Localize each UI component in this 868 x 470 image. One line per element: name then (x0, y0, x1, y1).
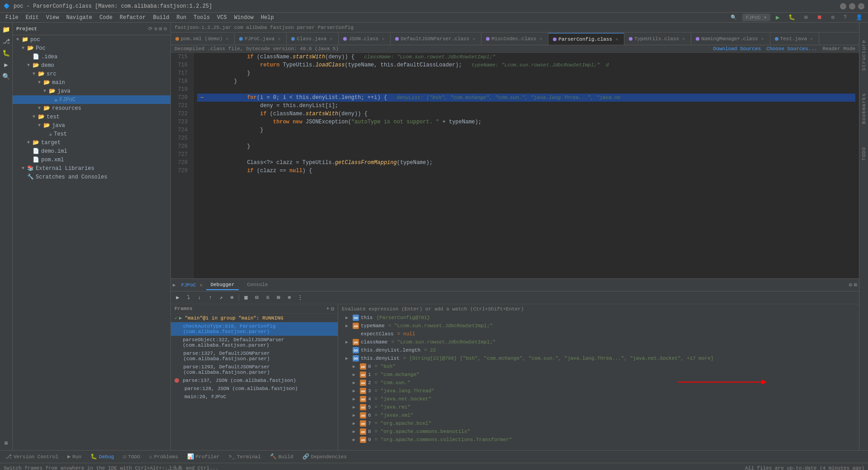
variable-item[interactable]: ▶ab 1 = "com.mchange" (338, 371, 859, 379)
tree-item[interactable]: ▼📚External Libraries (13, 164, 170, 173)
variable-item[interactable]: ▶ab 5 = "java.rmi" (338, 403, 859, 411)
variable-item[interactable]: ▶ab typeName = "Lcom.sun.rowset.JdbcRowS… (338, 322, 859, 330)
expand-icon[interactable]: ⊞ (159, 26, 162, 32)
menu-item-help[interactable]: Help (257, 14, 278, 22)
variable-item[interactable]: ▶ab 3 = "java.lang.Thread" (338, 387, 859, 395)
var-expand-icon[interactable]: ▶ (353, 437, 358, 442)
variable-item[interactable]: ▶ab 0 = "bsh" (338, 362, 859, 371)
reader-mode-link[interactable]: Reader Mode (822, 46, 855, 52)
tree-item[interactable]: ▼📂Poc (13, 44, 170, 52)
bookmarks-label[interactable]: Bookmarks (860, 89, 868, 127)
frame-item[interactable]: ✓▶"main"@1 in group "main": RUNNING (171, 314, 338, 322)
tab-close-icon[interactable]: ✕ (328, 36, 334, 42)
collapse-icon[interactable]: ⊟ (164, 26, 167, 32)
bottom-tool-problems[interactable]: ⚠Problems (146, 452, 182, 461)
minimize-button[interactable]: ─ (840, 3, 846, 9)
profile-button[interactable]: 👤 (852, 13, 866, 22)
tree-item[interactable]: 📄pom.xml (13, 155, 170, 164)
tree-item[interactable]: 📄.idea (13, 52, 170, 61)
variable-item[interactable]: ▶ab 8 = "org.apache.commons.beanutils" (338, 428, 859, 436)
variable-item[interactable]: expectClass = null (338, 330, 859, 338)
variable-item[interactable]: ▶ab 9 = "org.apache.commons.collections.… (338, 436, 859, 444)
todo-label[interactable]: TODO (860, 143, 868, 164)
menu-item-file[interactable]: File (2, 14, 22, 22)
var-expand-icon[interactable]: ▶ (345, 315, 351, 320)
variable-item[interactable]: ▶ab 7 = "org.apache.bcel" (338, 419, 859, 428)
bottom-tool-todo[interactable]: ☑TODO (119, 452, 144, 461)
debug-settings-icon[interactable]: ⚙ (849, 282, 852, 288)
run-to-cursor-button[interactable]: ↗ (216, 293, 226, 303)
menu-item-view[interactable]: View (42, 14, 63, 22)
frames-button[interactable]: ▦ (241, 293, 251, 303)
variable-item[interactable]: ▶ab 2 = "com.sun." (338, 379, 859, 387)
tab-pom-xml--demo-[interactable]: pom.xml (demo)✕ (171, 33, 235, 45)
tree-item[interactable]: ▼📂resources (13, 104, 170, 113)
tab-close-icon[interactable]: ✕ (276, 36, 282, 42)
var-expand-icon[interactable]: ▶ (353, 372, 358, 377)
var-expand-icon[interactable]: ▶ (353, 396, 358, 402)
project-icon[interactable]: 📁 (1, 24, 11, 34)
tab-close-icon[interactable]: ✕ (809, 36, 814, 42)
close-button[interactable]: ✕ (858, 3, 864, 9)
step-into-button[interactable]: ↓ (194, 293, 204, 303)
variable-item[interactable]: ▶ab 4 = "java.net.Socket" (338, 395, 859, 403)
tree-item[interactable]: ▼📂java (13, 121, 170, 130)
frame-item[interactable]: parseObject:322, DefaultJSONParser (com.… (171, 336, 338, 349)
tab-close-icon[interactable]: ✕ (614, 37, 619, 42)
sync-icon[interactable]: ⟳ (148, 26, 152, 32)
structure-label[interactable]: Structure (860, 36, 868, 74)
debug-button[interactable]: 🐛 (785, 13, 799, 22)
var-expand-icon[interactable]: ▶ (353, 413, 358, 418)
resume-button[interactable]: ▶ (173, 293, 183, 303)
debug-close-icon[interactable]: ✕ (200, 282, 203, 288)
tree-item[interactable]: ▼📂main (13, 78, 170, 87)
help-button[interactable]: ? (840, 14, 850, 22)
bottom-tool-debug[interactable]: 🐛Debug (87, 452, 118, 461)
tab-parserconfig-class[interactable]: ParserConfig.class✕ (548, 33, 624, 45)
console-tab[interactable]: Console (242, 280, 272, 290)
menu-item-code[interactable]: Code (96, 14, 116, 22)
frames-add-icon[interactable]: + (326, 306, 330, 311)
tab-typeutils-class[interactable]: TypeUtils.class✕ (624, 33, 691, 45)
tab-close-icon[interactable]: ✕ (471, 36, 476, 42)
var-expand-icon[interactable]: ▶ (353, 429, 358, 434)
frame-item[interactable]: parse:137, JSON (com.alibaba.fastjson) (171, 376, 338, 385)
debug-icon[interactable]: 🐛 (1, 48, 11, 58)
settings-debug-button[interactable]: ⋮ (295, 293, 305, 303)
variable-item[interactable]: ▶OO this {ParserConfig@701} (338, 314, 859, 322)
tree-item[interactable]: ☕Test (13, 130, 170, 138)
menu-item-refactor[interactable]: Refactor (116, 14, 150, 22)
tab-close-icon[interactable]: ✕ (224, 36, 230, 42)
coverage-button[interactable]: ⊞ (801, 13, 811, 22)
tree-item[interactable]: 📄demo.iml (13, 147, 170, 155)
breakpoints-button[interactable]: ⊞ (274, 293, 283, 303)
run-icon[interactable]: ▶ (1, 60, 11, 70)
variable-item[interactable]: ▶OO this.denyList = {String[22]@796} ["b… (338, 354, 859, 362)
var-expand-icon[interactable]: ▶ (353, 421, 358, 426)
watch-label[interactable]: Evaluate expression (Enter) or add a wat… (342, 306, 524, 312)
tree-item[interactable]: ▼📂test (13, 113, 170, 121)
tab-json-class[interactable]: JSON.class✕ (339, 33, 391, 45)
var-expand-icon[interactable]: ▶ (353, 380, 358, 385)
mute-button[interactable]: ⊗ (284, 293, 294, 303)
settings-icon[interactable]: ⚙ (154, 26, 157, 32)
tab-defaultjsonparser-class[interactable]: DefaultJSONParser.class✕ (391, 33, 481, 45)
bottom-tool-dependencies[interactable]: 🔗Dependencies (299, 452, 350, 461)
tab-misccodec-class[interactable]: MiscCodec.class✕ (481, 33, 548, 45)
tab-namingmanager-class[interactable]: NamingManager.class✕ (691, 33, 770, 45)
structure-icon[interactable]: ≡ (1, 438, 11, 448)
var-expand-icon[interactable]: ▶ (353, 364, 358, 369)
menu-item-run[interactable]: Run (173, 14, 190, 22)
download-sources-link[interactable]: Download Sources (713, 46, 761, 52)
evaluate-button[interactable]: ⊕ (227, 293, 237, 303)
variable-item[interactable]: ▶ab 6 = "javax.xml" (338, 411, 859, 419)
debugger-tab[interactable]: Debugger (206, 280, 239, 290)
tree-item[interactable]: ☕FJPoC (13, 95, 170, 104)
settings-button[interactable]: ⚙ (828, 13, 838, 22)
tab-class-java[interactable]: Class.java✕ (287, 33, 339, 45)
step-over-button[interactable]: ⤵ (184, 293, 193, 303)
menu-item-tools[interactable]: Tools (190, 14, 213, 22)
step-out-button[interactable]: ↑ (205, 293, 215, 303)
menu-item-vcs[interactable]: VCS (213, 14, 231, 22)
choose-sources-link[interactable]: Choose Sources... (766, 46, 817, 52)
